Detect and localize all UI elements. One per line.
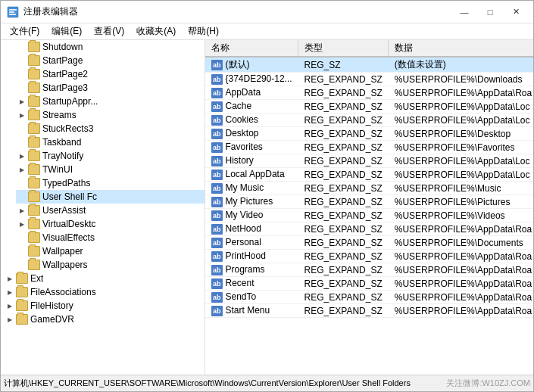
table-row[interactable]: abPersonalREG_EXPAND_SZ%USERPROFILE%\Doc… bbox=[205, 236, 533, 250]
table-row[interactable]: abSendToREG_EXPAND_SZ%USERPROFILE%\AppDa… bbox=[205, 291, 533, 304]
tree-arrow bbox=[16, 123, 28, 135]
table-row[interactable]: abStart MenuREG_EXPAND_SZ%USERPROFILE%\A… bbox=[205, 304, 533, 318]
tree-arrow: ▶ bbox=[16, 218, 28, 230]
ab-icon: ab bbox=[211, 170, 223, 180]
cell-type: REG_EXPAND_SZ bbox=[298, 222, 389, 236]
tree-arrow: ▶ bbox=[16, 95, 28, 107]
ab-icon: ab bbox=[211, 88, 223, 98]
ab-icon: ab bbox=[211, 251, 223, 262]
tree-item-stuckrects3[interactable]: StuckRects3 bbox=[16, 122, 205, 135]
tree-item-wallpapers[interactable]: Wallpapers bbox=[16, 258, 205, 272]
folder-icon bbox=[28, 42, 40, 52]
tree-label: TrayNotify bbox=[42, 151, 83, 161]
tree-label: TypedPaths bbox=[42, 178, 90, 188]
tree-arrow bbox=[16, 259, 28, 271]
folder-icon bbox=[28, 151, 40, 161]
table-row[interactable]: abAppDataREG_EXPAND_SZ%USERPROFILE%\AppD… bbox=[205, 86, 533, 100]
cell-data: %USERPROFILE%\Documents bbox=[389, 236, 533, 250]
menu-view[interactable]: 查看(V) bbox=[88, 23, 130, 39]
tree-item-visualeffects[interactable]: VisualEffects bbox=[16, 231, 205, 244]
main-content: Shutdown StartPage StartPage2 StartPage3… bbox=[1, 40, 533, 375]
cell-name: abHistory bbox=[205, 154, 298, 168]
tree-item-twinui[interactable]: ▶ TWinUI bbox=[16, 163, 205, 176]
tree-item-startpage[interactable]: StartPage bbox=[16, 54, 205, 67]
table-row[interactable]: abFavoritesREG_EXPAND_SZ%USERPROFILE%\Fa… bbox=[205, 141, 533, 154]
svg-rect-3 bbox=[9, 14, 16, 15]
table-row[interactable]: ab{374DE290-12...REG_EXPAND_SZ%USERPROFI… bbox=[205, 73, 533, 86]
tree-item-userassist[interactable]: ▶ UserAssist bbox=[16, 204, 205, 217]
tree-item-virtualdesktop[interactable]: ▶ VirtualDesktc bbox=[16, 217, 205, 231]
tree-item-streams[interactable]: ▶ Streams bbox=[16, 108, 205, 122]
tree-label: StartPage2 bbox=[42, 69, 88, 79]
cell-data: %USERPROFILE%\AppData\Loc bbox=[389, 114, 533, 127]
column-data: 数据 bbox=[389, 40, 533, 57]
tree-item-traynotify[interactable]: ▶ TrayNotify bbox=[16, 149, 205, 163]
tree-label: FileAssociations bbox=[30, 287, 96, 297]
minimize-button[interactable]: — bbox=[453, 5, 476, 20]
tree-item-startupappr[interactable]: ▶ StartupAppr... bbox=[16, 95, 205, 108]
tree-arrow bbox=[16, 54, 28, 67]
ab-icon: ab bbox=[211, 292, 223, 303]
table-row[interactable]: abHistoryREG_EXPAND_SZ%USERPROFILE%\AppD… bbox=[205, 154, 533, 168]
cell-name: abDesktop bbox=[205, 127, 298, 141]
maximize-button[interactable]: □ bbox=[479, 5, 501, 20]
table-row[interactable]: abPrintHoodREG_EXPAND_SZ%USERPROFILE%\Ap… bbox=[205, 250, 533, 263]
cell-name: abRecent bbox=[205, 277, 298, 291]
cell-type: REG_EXPAND_SZ bbox=[298, 168, 389, 182]
cell-type: REG_EXPAND_SZ bbox=[298, 304, 389, 318]
cell-name: abFavorites bbox=[205, 141, 298, 154]
ab-icon: ab bbox=[211, 101, 223, 112]
menu-help[interactable]: 帮助(H) bbox=[182, 23, 225, 39]
tree-item-shutdown[interactable]: Shutdown bbox=[16, 40, 205, 54]
tree-item-wallpaper[interactable]: Wallpaper bbox=[16, 244, 205, 258]
tree-arrow: ▶ bbox=[16, 150, 28, 162]
app-icon bbox=[7, 6, 19, 18]
cell-type: REG_EXPAND_SZ bbox=[298, 250, 389, 263]
folder-icon bbox=[28, 123, 40, 134]
cell-name: abCache bbox=[205, 100, 298, 114]
tree-item-filehistory[interactable]: ▶ FileHistory bbox=[4, 299, 205, 313]
cell-data: %USERPROFILE%\AppData\Roa bbox=[389, 250, 533, 263]
menu-edit[interactable]: 编辑(E) bbox=[45, 23, 88, 39]
cell-type: REG_EXPAND_SZ bbox=[298, 182, 389, 195]
close-button[interactable]: ✕ bbox=[504, 5, 527, 20]
registry-data-table: 名称 类型 数据 ab(默认)REG_SZ(数值未设置)ab{374DE290-… bbox=[205, 40, 533, 318]
folder-icon bbox=[28, 69, 40, 79]
cell-type: REG_EXPAND_SZ bbox=[298, 263, 389, 277]
tree-item-typedpaths[interactable]: TypedPaths bbox=[16, 176, 205, 190]
tree-item-startpage2[interactable]: StartPage2 bbox=[16, 67, 205, 81]
folder-icon bbox=[28, 96, 40, 107]
table-row[interactable]: abNetHoodREG_EXPAND_SZ%USERPROFILE%\AppD… bbox=[205, 222, 533, 236]
table-row[interactable]: abMy MusicREG_EXPAND_SZ%USERPROFILE%\Mus… bbox=[205, 182, 533, 195]
cell-name: abLocal AppData bbox=[205, 168, 298, 182]
tree-label: Streams bbox=[42, 110, 77, 120]
menu-favorites[interactable]: 收藏夹(A) bbox=[130, 23, 182, 39]
table-row[interactable]: abMy VideoREG_EXPAND_SZ%USERPROFILE%\Vid… bbox=[205, 209, 533, 222]
cell-name: abCookies bbox=[205, 114, 298, 127]
cell-data: %USERPROFILE%\Pictures bbox=[389, 195, 533, 209]
tree-item-taskband[interactable]: Taskband bbox=[16, 135, 205, 149]
tree-arrow bbox=[16, 177, 28, 189]
folder-icon bbox=[16, 300, 28, 311]
table-row[interactable]: ab(默认)REG_SZ(数值未设置) bbox=[205, 57, 533, 73]
cell-name: abPrintHood bbox=[205, 250, 298, 263]
tree-item-startpage3[interactable]: StartPage3 bbox=[16, 81, 205, 95]
table-row[interactable]: abCookiesREG_EXPAND_SZ%USERPROFILE%\AppD… bbox=[205, 114, 533, 127]
table-row[interactable]: abDesktopREG_EXPAND_SZ%USERPROFILE%\Desk… bbox=[205, 127, 533, 141]
table-row[interactable]: abRecentREG_EXPAND_SZ%USERPROFILE%\AppDa… bbox=[205, 277, 533, 291]
cell-data: %USERPROFILE%\AppData\Loc bbox=[389, 168, 533, 182]
tree-item-usershellfolders[interactable]: User Shell Fc bbox=[16, 190, 205, 204]
menu-file[interactable]: 文件(F) bbox=[4, 23, 45, 39]
table-row[interactable]: abProgramsREG_EXPAND_SZ%USERPROFILE%\App… bbox=[205, 263, 533, 277]
table-row[interactable]: abLocal AppDataREG_EXPAND_SZ%USERPROFILE… bbox=[205, 168, 533, 182]
ab-icon: ab bbox=[211, 224, 223, 235]
window-controls: — □ ✕ bbox=[453, 5, 527, 20]
tree-item-gamedvr[interactable]: ▶ GameDVR bbox=[4, 313, 205, 326]
ab-icon: ab bbox=[211, 278, 223, 289]
table-row[interactable]: abCacheREG_EXPAND_SZ%USERPROFILE%\AppDat… bbox=[205, 100, 533, 114]
tree-item-fileassociations[interactable]: ▶ FileAssociations bbox=[4, 285, 205, 299]
tree-item-ext[interactable]: ▶ Ext bbox=[4, 272, 205, 285]
table-row[interactable]: abMy PicturesREG_EXPAND_SZ%USERPROFILE%\… bbox=[205, 195, 533, 209]
cell-name: abMy Pictures bbox=[205, 195, 298, 209]
folder-icon bbox=[28, 164, 40, 175]
